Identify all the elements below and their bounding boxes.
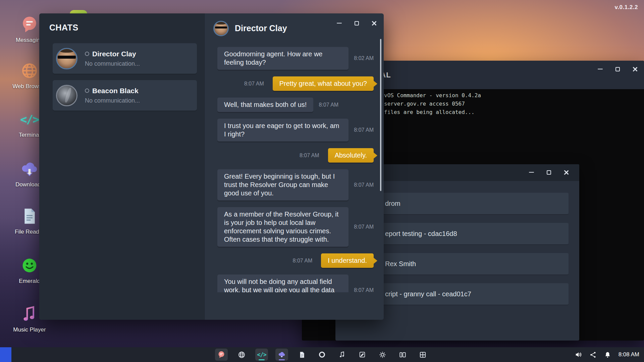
message-bubble: Absolutely. (328, 148, 374, 163)
avatar (56, 48, 77, 69)
message-bubble: Well, that makes both of us! (217, 98, 313, 112)
message-time: 8:07 AM (300, 153, 319, 159)
terminal-line: files are being allocated... (384, 108, 644, 116)
record-ring-icon (318, 351, 326, 358)
message-time: 8:07 AM (354, 127, 374, 133)
taskbar: </> (0, 347, 644, 362)
message-row: I trust you are eager to get to work, am… (217, 119, 374, 141)
taskbar-icon-messaging[interactable] (215, 349, 228, 361)
messaging-icon (217, 351, 225, 359)
downloads-cloud-icon (278, 351, 286, 359)
message-bubble: You will not be doing any actual field w… (217, 275, 348, 292)
close-icon (371, 20, 377, 26)
file-row-label: drom (385, 200, 400, 207)
message-time: 8:07 AM (293, 258, 313, 264)
taskbar-icons: </> (215, 347, 429, 362)
close-icon (564, 170, 569, 175)
message-row: As a member of the Resolver Group, it is… (217, 207, 374, 247)
taskbar-icon-file-reader[interactable] (296, 349, 308, 361)
message-bubble: Pretty great, what about you? (273, 76, 374, 91)
message-row: Great! Every beginning is tough, but I t… (217, 169, 374, 200)
chat-list-item[interactable]: Director Clay No communication... (53, 43, 197, 74)
terminal-line: server.gov.re access 0567 (384, 100, 644, 108)
desktop-icon-label: Music Player (9, 326, 50, 333)
os-version-label: v.0.1.2.2 (615, 4, 638, 11)
conversation-title: Director Clay (235, 23, 287, 33)
message-bubble: I trust you are eager to get to work, am… (217, 119, 348, 141)
chat-bubble-icon (19, 14, 40, 35)
taskbar-icon-terminal[interactable]: </> (255, 349, 268, 361)
maximize-icon (355, 21, 359, 25)
download-cloud-icon (19, 158, 40, 180)
window-switcher-icon (399, 351, 407, 359)
taskbar-icon-notes[interactable] (356, 349, 369, 361)
message-time: 8:07 AM (354, 182, 374, 188)
share-icon[interactable] (590, 351, 597, 358)
emerald-face-icon (19, 255, 40, 276)
maximize-button[interactable] (352, 19, 361, 27)
avatar (56, 85, 77, 106)
music-note-icon (19, 303, 40, 325)
taskbar-icon-browser[interactable] (235, 349, 248, 361)
close-button[interactable] (631, 65, 639, 73)
taskbar-icon-calculator[interactable] (416, 349, 429, 361)
message-bubble: Great! Every beginning is tough, but I t… (217, 169, 348, 200)
globe-icon (19, 60, 40, 81)
taskbar-icon-settings[interactable] (376, 349, 389, 361)
messenger-window: CHATS Director Clay No communication... … (39, 13, 384, 320)
message-row: 8:07 AM Pretty great, what about you? (217, 76, 374, 91)
message-time: 8:07 AM (244, 81, 264, 87)
status-circle-icon (85, 88, 89, 93)
taskbar-icon-music[interactable] (336, 349, 348, 361)
message-row: 8:07 AM I understand. (217, 253, 374, 268)
message-row: 8:07 AM Absolutely. (217, 148, 374, 163)
taskbar-icon-downloads[interactable] (275, 349, 288, 361)
message-time: 8:07 AM (319, 102, 338, 108)
message-row: Goodmorning agent. How are we feeling to… (217, 47, 374, 70)
settings-gear-icon (379, 351, 386, 359)
maximize-button[interactable] (544, 168, 553, 177)
chat-status: No communication... (85, 60, 140, 67)
maximize-icon (615, 67, 620, 71)
chats-panel: CHATS Director Clay No communication... … (39, 13, 204, 320)
code-glyph: </> (20, 113, 39, 126)
document-icon (19, 205, 40, 227)
minimize-icon (529, 172, 534, 173)
code-icon: </> (19, 109, 40, 130)
conversation-panel: Director Clay Goodmorning agent. How are… (204, 13, 384, 320)
close-button[interactable] (370, 19, 378, 27)
chat-scrollbar[interactable] (380, 39, 381, 191)
chat-status: No communication... (85, 97, 140, 104)
file-row-label: cript - granny call - cead01c7 (385, 290, 471, 298)
close-button[interactable] (562, 168, 571, 177)
chat-name: Director Clay (92, 50, 136, 58)
message-row: Well, that makes both of us! 8:07 AM (217, 98, 374, 112)
message-time: 8:07 AM (354, 287, 374, 293)
close-icon (632, 66, 638, 72)
taskbar-icon-record[interactable] (316, 349, 328, 361)
terminal-code-icon: </> (257, 351, 266, 358)
document-icon (299, 351, 306, 358)
chat-list-item[interactable]: Beacon Black No communication... (53, 80, 197, 111)
terminal-line: vOS Commander - version 0.4.2a (384, 91, 644, 100)
status-circle-icon (85, 52, 89, 56)
chats-title: CHATS (49, 23, 78, 33)
file-row-label: eport testing - cdac16d8 (385, 230, 457, 238)
minimize-button[interactable] (596, 65, 604, 73)
start-button[interactable] (0, 347, 11, 362)
taskbar-icon-window-switcher[interactable] (396, 349, 409, 361)
notifications-bell-icon[interactable] (604, 351, 611, 358)
volume-icon[interactable] (575, 351, 582, 358)
minimize-button[interactable] (527, 168, 536, 177)
file-row-label: Rex Smith (385, 260, 416, 268)
minimize-icon (598, 69, 603, 70)
minimize-button[interactable] (335, 19, 343, 27)
browser-globe-icon (238, 351, 246, 359)
chat-name: Beacon Black (92, 87, 139, 95)
minimize-icon (337, 23, 342, 24)
message-bubble: Goodmorning agent. How are we feeling to… (217, 47, 348, 70)
maximize-button[interactable] (613, 65, 622, 73)
message-bubble: As a member of the Resolver Group, it is… (217, 207, 348, 247)
music-note-icon (338, 351, 346, 358)
active-indicator (259, 359, 265, 360)
